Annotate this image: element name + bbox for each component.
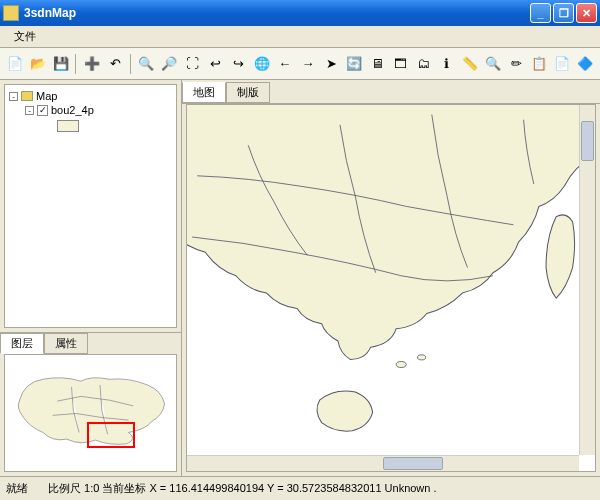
paste-button[interactable]: 📄 — [552, 53, 573, 75]
menubar: 文件 — [0, 26, 600, 48]
window-button[interactable]: 🗔 — [390, 53, 411, 75]
map-canvas[interactable] — [186, 104, 596, 472]
overview-map[interactable] — [4, 354, 177, 472]
find-button[interactable]: 🔍 — [482, 53, 503, 75]
tree-layer-label: bou2_4p — [51, 104, 94, 116]
menu-file[interactable]: 文件 — [6, 27, 44, 46]
left-panel: - Map - ✓ bou2_4p 图层 属性 — [0, 80, 182, 476]
scrollbar-thumb[interactable] — [383, 457, 443, 470]
layer-symbol-swatch[interactable] — [57, 120, 79, 132]
info-button[interactable]: ℹ — [436, 53, 457, 75]
close-button[interactable]: ✕ — [576, 3, 597, 23]
toolbar: 📄 📂 💾 ➕ ↶ 🔍 🔎 ⛶ ↩ ↪ 🌐 ← → ➤ 🔄 🖥 🗔 🗂 ℹ 📏 … — [0, 48, 600, 80]
tree-root-label: Map — [36, 90, 57, 102]
window-title: 3sdnMap — [24, 6, 530, 20]
window-buttons: _ ❐ ✕ — [530, 3, 597, 23]
scrollbar-thumb[interactable] — [581, 121, 594, 161]
add-layer-button[interactable]: ➕ — [81, 53, 102, 75]
draw-button[interactable]: ✏ — [506, 53, 527, 75]
folder-icon — [21, 91, 33, 101]
refresh-button[interactable]: 🔄 — [344, 53, 365, 75]
screen-button[interactable]: 🖥 — [367, 53, 388, 75]
pointer-button[interactable]: ➤ — [321, 53, 342, 75]
vertical-scrollbar[interactable] — [579, 105, 595, 455]
left-tabs: 图层 属性 — [0, 332, 181, 354]
layer-tree[interactable]: - Map - ✓ bou2_4p — [4, 84, 177, 328]
tree-layer[interactable]: - ✓ bou2_4p — [9, 103, 172, 117]
map-svg — [187, 105, 595, 471]
overview-svg — [5, 355, 176, 471]
globe-button[interactable]: 🌐 — [251, 53, 272, 75]
zoom-out-button[interactable]: 🔎 — [159, 53, 180, 75]
horizontal-scrollbar[interactable] — [187, 455, 579, 471]
statusbar: 就绪 比例尺 1:0 当前坐标 X = 116.414499840194 Y =… — [0, 476, 600, 500]
layer-checkbox[interactable]: ✓ — [37, 105, 48, 116]
expand-icon[interactable]: - — [9, 92, 18, 101]
tab-layers[interactable]: 图层 — [0, 333, 44, 354]
new-button[interactable]: 📄 — [4, 53, 25, 75]
right-tabs: 地图 制版 — [182, 82, 600, 104]
pan-left-button[interactable]: ← — [274, 53, 295, 75]
prev-extent-button[interactable]: ↩ — [205, 53, 226, 75]
zoom-in-button[interactable]: 🔍 — [136, 53, 157, 75]
minimize-button[interactable]: _ — [530, 3, 551, 23]
right-panel: 地图 制版 — [182, 80, 600, 476]
svg-point-2 — [418, 355, 426, 360]
full-extent-button[interactable]: ⛶ — [182, 53, 203, 75]
tab-layout[interactable]: 制版 — [226, 82, 270, 103]
tree-root[interactable]: - Map — [9, 89, 172, 103]
svg-point-1 — [396, 361, 406, 367]
pan-right-button[interactable]: → — [297, 53, 318, 75]
tab-map[interactable]: 地图 — [182, 82, 226, 103]
status-ready: 就绪 — [6, 481, 48, 496]
maximize-button[interactable]: ❐ — [553, 3, 574, 23]
app-icon — [3, 5, 19, 21]
save-button[interactable]: 💾 — [50, 53, 71, 75]
window-titlebar: 3sdnMap _ ❐ ✕ — [0, 0, 600, 26]
main-area: - Map - ✓ bou2_4p 图层 属性 地图 制版 — [0, 80, 600, 476]
next-extent-button[interactable]: ↪ — [228, 53, 249, 75]
copy-button[interactable]: 📋 — [529, 53, 550, 75]
measure-button[interactable]: 📏 — [459, 53, 480, 75]
open-button[interactable]: 📂 — [27, 53, 48, 75]
object-button[interactable]: 🔷 — [575, 53, 596, 75]
expand-icon[interactable]: - — [25, 106, 34, 115]
layers-button[interactable]: 🗂 — [413, 53, 434, 75]
undo-button[interactable]: ↶ — [104, 53, 125, 75]
tab-attributes[interactable]: 属性 — [44, 333, 88, 354]
status-coords: 比例尺 1:0 当前坐标 X = 116.414499840194 Y = 30… — [48, 481, 594, 496]
